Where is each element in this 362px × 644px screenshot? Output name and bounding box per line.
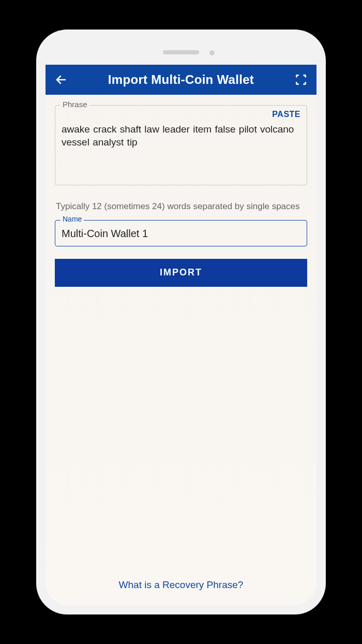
arrow-left-icon (55, 74, 67, 86)
appbar-title: Import Multi-Coin Wallet (69, 72, 293, 87)
import-button[interactable]: IMPORT (55, 259, 307, 287)
phone-frame: Import Multi-Coin Wallet Phrase PASTE aw… (36, 30, 326, 614)
name-field-container[interactable]: Name (55, 220, 307, 246)
paste-button[interactable]: PASTE (272, 110, 300, 119)
back-button[interactable] (53, 71, 69, 88)
phrase-field[interactable]: Phrase PASTE awake crack shaft law leade… (55, 105, 307, 185)
phrase-label: Phrase (61, 100, 89, 109)
phone-speaker (163, 50, 199, 54)
appbar: Import Multi-Coin Wallet (46, 65, 316, 95)
scan-button[interactable] (293, 71, 309, 88)
phrase-text[interactable]: awake crack shaft law leader item false … (62, 123, 300, 149)
phrase-hint: Typically 12 (sometimes 24) words separa… (55, 201, 307, 213)
spacer (55, 287, 307, 570)
screen: Import Multi-Coin Wallet Phrase PASTE aw… (46, 65, 316, 605)
name-label: Name (61, 215, 84, 223)
name-input[interactable] (62, 228, 300, 240)
recovery-phrase-link[interactable]: What is a Recovery Phrase? (55, 570, 307, 605)
scan-icon (294, 73, 308, 86)
content-area: Phrase PASTE awake crack shaft law leade… (46, 95, 316, 605)
phone-camera (209, 50, 215, 55)
